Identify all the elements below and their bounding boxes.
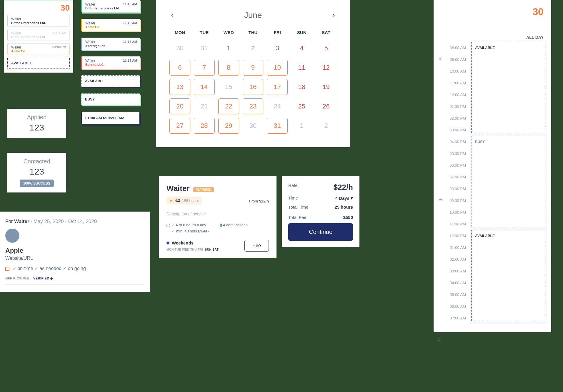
calendar-day[interactable]: 10 [267,60,288,76]
shift-slot[interactable]: WaiterBarone LLC. 11:15 AM [81,56,140,69]
day-number: 30 [438,6,547,17]
time-label: 01:00 PM [438,101,466,113]
calendar-day[interactable]: 20 [169,98,190,114]
calendar-day[interactable]: 21 [194,98,215,114]
slot-company: Biffco Enterprises Ltd. [11,21,46,25]
calendar-day[interactable]: 25 [291,98,312,114]
calendar-day[interactable]: 7 [194,60,215,76]
calendar-day[interactable]: 19 [316,79,337,95]
service-description: Description of service [166,212,269,216]
calendar-dow: THU [243,30,264,35]
calendar-day[interactable]: 4 [291,40,312,56]
calendar-day[interactable]: 27 [169,118,190,134]
calendar-day[interactable]: 23 [243,98,264,114]
calendar-day[interactable]: 5 [316,40,337,56]
slot-role: Waiter [11,31,46,35]
time-label: 06:00 AM [438,301,466,312]
chevron-left-icon[interactable] [169,12,175,18]
calendar-day[interactable]: 14 [194,79,215,95]
company-name: Apple [5,247,145,254]
weekends-label: Weekends [172,240,194,245]
cloud-icon: ☁ [438,195,443,202]
calendar-day[interactable]: 3 [267,40,288,56]
day-schedule-column[interactable]: AVAILABLE BUSY AVAILABLE [470,42,547,324]
calendar-day[interactable]: 13 [169,79,190,95]
moon-icon: ☾ [438,336,442,343]
continue-button[interactable]: Continue [288,223,353,241]
calendar-day[interactable]: 24 [267,98,288,114]
avatar[interactable] [5,229,19,243]
rating-pill: ★ 4.3 188 hours [166,197,202,205]
shift-slot[interactable]: WaiterAbstergo Ltd. 11:15 AM [81,38,140,50]
shift-slot[interactable]: Waiter Biffco Enterprises Ltd. [7,15,70,27]
calendar-day[interactable]: 11 [291,60,312,76]
calendar-day[interactable]: 9 [243,60,264,76]
kpi-contacted: Contacted 123 100% SUCCESS [7,153,66,192]
calendar-day[interactable]: 28 [194,118,215,134]
calendar-dow: MON [169,30,190,35]
all-day-label: ALL DAY [438,35,547,40]
slot-time: 11:15 AM [123,21,137,29]
calendar-day[interactable]: 22 [218,98,239,114]
time-label: 12:00 AM [438,89,466,101]
calendar-day[interactable]: 1 [291,118,312,134]
shift-slot[interactable]: Waiter Acme Co. 03:00 PM [7,43,70,55]
verified-badge: VERIFIED ◈ [33,277,53,280]
kpi-applied: Applied 123 [7,109,66,138]
sun-icon: ☀ [438,56,442,62]
calendar-day[interactable]: 1 [218,40,239,56]
calendar-day[interactable]: 30 [169,40,190,56]
busy-block[interactable]: BUSY [471,136,546,227]
service-meta: 4 to 8 hours a day min. 48 hours/week ▮ … [166,223,269,233]
available-block[interactable]: AVAILABLE [471,42,546,133]
for-label: For [5,219,14,224]
calendar-day[interactable]: 31 [194,40,215,56]
tag: on-time [12,266,33,271]
time-label: 11:00 PM [438,218,466,230]
calendar-day[interactable]: 17 [267,79,288,95]
calendar-day[interactable]: 30 [243,118,264,134]
available-block[interactable]: AVAILABLE [7,58,70,68]
total-fee-label: Total Fee [288,215,307,220]
slot-role: Waiter [85,40,106,44]
off-label: OFF PICSUME [5,277,29,280]
calendar-day[interactable]: 31 [267,118,288,134]
time-dropdown[interactable]: 4 Days ▾ [335,195,353,201]
time-label: 08:00 PM [438,183,466,195]
website-link[interactable]: Website/URL [5,256,145,261]
busy-block[interactable]: BUSY [81,93,140,105]
calendar-day[interactable]: 16 [243,79,264,95]
time-range-block[interactable]: 01:00 AM to 05:00 AM [81,112,140,124]
dow-mini-bold: SUN SAT [205,248,219,251]
shift-slot[interactable]: Waiter Biffco Enterprises Ltd. 11:15 AM [7,29,70,41]
available-block[interactable]: AVAILABLE [81,75,140,87]
calendar-day[interactable]: 18 [291,79,312,95]
time-label: 02:00 AM [438,254,466,265]
kpi-label: Applied [14,114,59,121]
time-label: 12:00 PM [438,230,466,242]
verified-text: VERIFIED [33,277,49,280]
calendar-day[interactable]: 29 [218,118,239,134]
calendar-day[interactable]: 2 [243,40,264,56]
shift-slot[interactable]: WaiterBiffco Enterprises Ltd. 11:15 AM [81,0,140,12]
service-card: Waiter FEATURED ★ 4.3 188 hours From $22… [159,176,276,258]
calendar-day[interactable]: 8 [218,60,239,76]
tag-row: on-time as needed on going [5,266,145,271]
chevron-right-icon[interactable] [331,12,337,18]
calendar-day[interactable]: 26 [316,98,337,114]
calendar-day[interactable]: 12 [316,60,337,76]
calendar-day[interactable]: 2 [316,118,337,134]
time-labels-column: 08:00 AM09:00 AM10:00 AM11:00 AM12:00 AM… [438,42,470,324]
tag: as needed [34,266,61,271]
total-time-value: 25 hours [334,205,353,210]
hire-button[interactable]: Hire [244,240,269,252]
calendar-day[interactable]: 6 [169,60,190,76]
slot-time: 11:15 AM [123,2,137,10]
shift-slot[interactable]: WaiterAcme Co. 11:15 AM [81,19,140,31]
calendar-dow: TUE [194,30,215,35]
calendar-day[interactable]: 15 [218,79,239,95]
time-label: 07:00 AM [438,312,466,324]
available-block[interactable]: AVAILABLE [471,230,546,321]
profile-header-line: For Waiter · May 25, 2020 - Oct 14, 2020 [5,219,145,225]
calendar-dow-row: MONTUEWEDTHUFRISUNSAT [169,30,337,35]
